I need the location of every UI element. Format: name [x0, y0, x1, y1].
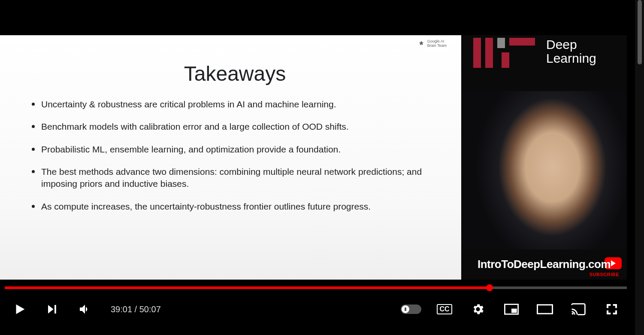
fullscreen-icon	[605, 302, 619, 316]
page-scrollbar-thumb[interactable]	[638, 0, 642, 64]
fullscreen-button[interactable]	[602, 299, 622, 320]
seek-scrubber[interactable]	[486, 284, 493, 291]
svg-rect-1	[537, 305, 552, 314]
speaker-face	[461, 91, 627, 250]
time-display: 39:01 / 50:07	[111, 305, 161, 314]
course-url: IntroToDeepLearning.com	[461, 258, 627, 271]
miniplayer-icon	[504, 303, 519, 315]
gear-icon	[471, 302, 485, 316]
list-item: Uncertainty & robustness are critical pr…	[32, 98, 444, 110]
slide-bullet-list: Uncertainty & robustness are critical pr…	[26, 98, 444, 213]
seek-bar[interactable]	[5, 286, 627, 289]
volume-icon	[78, 302, 92, 316]
theater-icon	[537, 304, 553, 315]
next-button[interactable]	[42, 299, 63, 320]
speaker-webcam-panel: Deep Learning IntroToDeepLearning.com SU…	[461, 35, 627, 280]
list-item: Benchmark models with calibration error …	[32, 121, 444, 133]
svg-rect-0	[511, 309, 517, 313]
google-ai-icon	[418, 40, 425, 47]
cast-button[interactable]	[568, 299, 589, 320]
list-item: As compute increases, the uncertainty-ro…	[32, 201, 444, 213]
seek-bar-played	[5, 286, 490, 289]
video-player: Google AI Brain Team Takeaways Uncertain…	[0, 0, 635, 335]
play-icon	[12, 301, 27, 318]
theater-button[interactable]	[535, 299, 555, 320]
slide-title: Takeaways	[26, 62, 444, 85]
miniplayer-button[interactable]	[501, 299, 522, 320]
video-frame[interactable]: Google AI Brain Team Takeaways Uncertain…	[0, 35, 627, 280]
page-scrollbar-track[interactable]	[635, 0, 644, 335]
settings-button[interactable]	[468, 299, 488, 320]
mit-logo-block: Deep Learning	[473, 38, 596, 68]
volume-button[interactable]	[75, 299, 95, 320]
slide-brand-header: Google AI Brain Team	[418, 40, 447, 48]
presentation-slide: Google AI Brain Team Takeaways Uncertain…	[0, 35, 461, 280]
next-icon	[46, 303, 59, 316]
list-item: The best methods advance two dimensions:…	[32, 166, 444, 190]
cast-icon	[571, 303, 586, 315]
mit-logo-icon	[473, 38, 535, 68]
brand-text: Deep Learning	[546, 38, 596, 65]
play-button[interactable]	[9, 299, 30, 320]
subscribe-label: SUBSCRIBE	[590, 272, 619, 277]
list-item: Probabilistic ML, ensemble learning, and…	[32, 143, 444, 155]
cc-icon: CC	[437, 304, 452, 314]
player-controls: 39:01 / 50:07 CC	[0, 292, 632, 326]
autoplay-toggle[interactable]	[401, 299, 421, 320]
svg-point-2	[572, 313, 574, 314]
slide-header-line2: Brain Team	[427, 44, 447, 48]
captions-button[interactable]: CC	[434, 299, 455, 320]
